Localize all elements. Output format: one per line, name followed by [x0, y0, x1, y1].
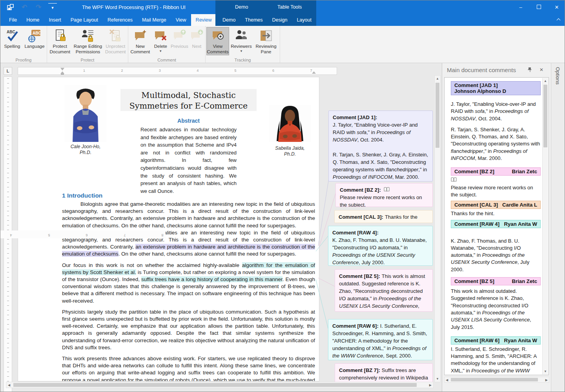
reviewers-dropdown-caret: ▼: [240, 50, 243, 53]
ribbon-tab-row: File Home Insert Page Layout References …: [0, 14, 565, 26]
document-horizontal-scrollbar[interactable]: ◀ ▶: [6, 382, 434, 388]
pin-icon[interactable]: [527, 67, 534, 73]
ruler-number: 2: [120, 69, 124, 73]
scroll-up-icon[interactable]: ▲: [435, 77, 440, 80]
tab-insert[interactable]: Insert: [44, 14, 66, 26]
comments-panel-title: Main document comments: [447, 67, 516, 73]
reviewing-pane-button[interactable]: Reviewing Pane: [253, 27, 279, 55]
reviewers-button[interactable]: Reviewers ▼: [229, 27, 253, 55]
comment-card-body-jad1: J. Taylor, "Enabling Voice-over-IP and R…: [451, 101, 541, 162]
language-button[interactable]: ABC Language: [23, 27, 46, 55]
ruler-number: 1: [82, 69, 86, 73]
comment-card-body-cal3: Thanks for the hint.: [451, 210, 541, 217]
text-segment: , Oct. 2004.: [357, 137, 384, 143]
collapse-ribbon-icon[interactable]: [556, 18, 561, 22]
comments-panel-body: Comment [JAD 1] Johnson Alphonso D J. Ta…: [444, 77, 549, 375]
panel-close-icon[interactable]: ✕: [538, 67, 545, 73]
comment-bubble-raw4[interactable]: Comment [RAW 4]: K. Zhao, F. Thomas, and…: [328, 226, 433, 266]
comment-bubble-raw6[interactable]: Comment [RAW 6]:I. Sutherland, E. Schroe…: [328, 319, 433, 360]
text-segment: flanchedripper: [386, 167, 418, 172]
contextual-tabs: Demo Themes Design Layout: [215, 14, 316, 26]
maximize-button[interactable]: [537, 5, 541, 9]
comment-bubble-jad1[interactable]: Comment [JAD 1]: J. Taylor, "Enabling Vo…: [328, 111, 433, 181]
tab-page-layout[interactable]: Page Layout: [66, 14, 103, 26]
new-comment-button[interactable]: New Comment: [129, 27, 151, 55]
text-segment: ," in: [483, 148, 493, 154]
panel-scroll-left-icon[interactable]: ◀: [446, 378, 448, 382]
spelling-button[interactable]: ABC Spelling: [1, 27, 23, 55]
panel-v-scroll-thumb[interactable]: [543, 85, 547, 147]
undo-icon[interactable]: ↶: [20, 3, 29, 12]
panel-scroll-up-icon[interactable]: ▲: [543, 79, 548, 83]
close-button[interactable]: ✕: [554, 4, 560, 10]
title-bar: ↶ ↷ ▼ The WPF Word Processing (RTF) - Ri…: [0, 0, 565, 14]
tab-demo[interactable]: Demo: [218, 14, 240, 26]
ruler-number: 3: [158, 69, 162, 73]
document-page[interactable]: Cale Joon-Ho, Ph.D. Sabella Jaida, Ph.D.…: [18, 77, 319, 381]
paragraph-4: Physicists largely study the partition t…: [62, 309, 315, 351]
paragraph-5: This work presents three advances above …: [62, 355, 315, 381]
first-line-indent-marker[interactable]: [60, 68, 64, 71]
svg-text:ABC: ABC: [33, 31, 41, 35]
left-indent-marker[interactable]: [61, 74, 64, 75]
protect-document-button[interactable]: Protect Document: [48, 27, 72, 55]
ribbon-group-proofing: ABC Spelling ABC Language Proofing: [0, 26, 47, 63]
range-editing-permissions-button[interactable]: Range Editing Permissions: [72, 27, 104, 55]
tab-design[interactable]: Design: [268, 14, 292, 26]
v-scroll-thumb[interactable]: [436, 83, 439, 148]
tab-mail-merge[interactable]: Mail Merge: [137, 14, 171, 26]
book-icon: [384, 187, 390, 193]
new-comment-icon: [133, 29, 147, 42]
ruler-number: 5: [48, 233, 50, 238]
tab-view[interactable]: View: [171, 14, 191, 26]
panel-h-scroll-thumb[interactable]: [451, 378, 538, 381]
context-group-table-tools: Table Tools: [277, 0, 302, 14]
scroll-right-icon[interactable]: ▶: [429, 383, 432, 387]
comment-bubble-bz5[interactable]: Comment [BZ 5]:This work is almost outda…: [335, 269, 433, 312]
tab-review[interactable]: Review: [191, 14, 217, 26]
scroll-left-icon[interactable]: ◀: [8, 383, 10, 387]
comment-card-header-raw4[interactable]: Comment [RAW 4] Ryan Anita W: [451, 220, 541, 228]
options-side-tab[interactable]: Options: [551, 63, 565, 392]
comment-card-header-cal3[interactable]: Comment [CAL 3] Cardle Anita L: [451, 201, 541, 209]
author-photo-left[interactable]: [65, 85, 107, 142]
panel-scroll-right-icon[interactable]: ▶: [545, 378, 548, 382]
tab-home[interactable]: Home: [22, 14, 44, 26]
comment-card-header-bz5[interactable]: Comment [BZ 5] Brian Zetc: [451, 277, 541, 285]
ribbon-group-comment: New Comment Delete ▼ Previous N: [128, 26, 206, 63]
delete-comment-button[interactable]: Delete ▼: [151, 27, 170, 55]
paragraph-3: Our focus in this work is not on whether…: [62, 262, 315, 305]
text-segment: Physicists largely study the partition t…: [62, 309, 315, 350]
tab-stop-selector[interactable]: L: [4, 67, 12, 75]
panel-vertical-scrollbar[interactable]: ▲ ▼: [542, 78, 548, 374]
comments-panel: Main document comments ✕ Comment [JAD 1]…: [442, 63, 551, 392]
tab-references[interactable]: References: [103, 14, 137, 26]
tab-file[interactable]: File: [4, 14, 22, 26]
save-icon[interactable]: [6, 3, 15, 12]
text-segment: ," in: [366, 129, 377, 135]
author-photo-right[interactable]: [269, 105, 311, 142]
right-indent-marker[interactable]: [312, 71, 316, 74]
book-icon: [451, 177, 457, 183]
panel-horizontal-scrollbar[interactable]: ◀ ▶: [444, 377, 549, 383]
comment-card-header-jad1[interactable]: Comment [JAD 1] Johnson Alphonso D: [451, 81, 541, 95]
h-scroll-thumb[interactable]: [13, 383, 417, 387]
group-label-proofing: Proofing: [0, 58, 47, 62]
tab-themes[interactable]: Themes: [240, 14, 267, 26]
range-editing-permissions-icon: [81, 29, 95, 42]
text-segment: This work presents three advances above …: [62, 356, 315, 381]
scroll-down-icon[interactable]: ▼: [435, 377, 440, 381]
text-segment: ," in: [485, 108, 495, 114]
text-segment: suffix trees have a long history of coop…: [141, 276, 282, 282]
comment-card-header-bz2[interactable]: Comment [BZ 2] Brian Zetc: [451, 167, 541, 176]
redo-icon[interactable]: ↷: [34, 3, 43, 12]
view-comments-button[interactable]: View Comments: [206, 27, 229, 55]
text-segment: Proceedings of INFOCOM: [333, 174, 392, 180]
panel-scroll-down-icon[interactable]: ▼: [543, 370, 548, 373]
comment-card-header-raw6[interactable]: Comment [RAW 6] Ryan Anita W: [451, 336, 541, 345]
comment-bubble-cal3[interactable]: Comment [CAL 3]:Thanks for the hint.: [334, 210, 433, 223]
comment-bubble-bz2[interactable]: Comment [BZ 2]: Please review more recen…: [335, 183, 433, 207]
document-vertical-scrollbar[interactable]: ▲ ▼: [434, 75, 441, 382]
tab-layout[interactable]: Layout: [292, 14, 316, 26]
minimize-button[interactable]: –: [518, 4, 524, 10]
